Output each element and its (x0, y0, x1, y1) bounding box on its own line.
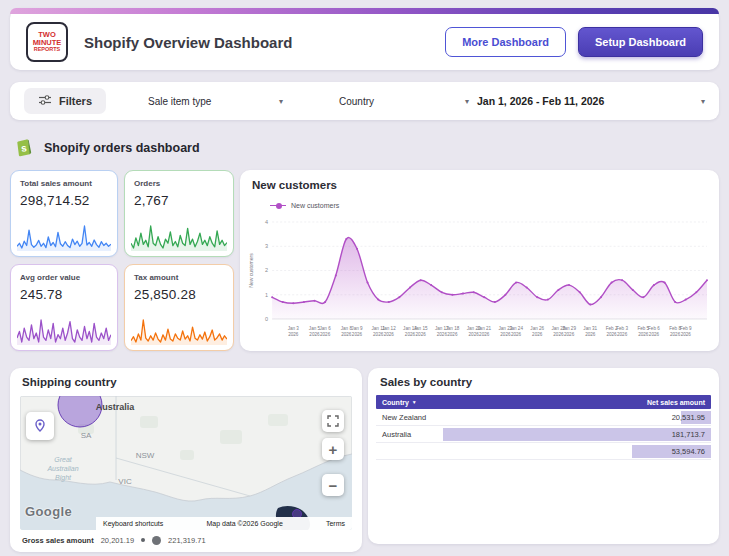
svg-text:2026: 2026 (352, 333, 363, 338)
chevron-down-icon: ▾ (279, 97, 283, 106)
map-label: Australia (96, 402, 136, 412)
header-gradient-strip (10, 8, 719, 14)
section-title: Shopify orders dashboard (44, 141, 200, 155)
table-header-row: Country ▼ Net sales amount (376, 395, 711, 409)
map-canvas[interactable]: AustraliaSANSWVICGreatAustralianBight + … (20, 396, 352, 530)
map-label: Bight (55, 474, 72, 482)
bubble-large-icon (152, 536, 161, 545)
map-zoom-in-button[interactable]: + (322, 438, 344, 460)
kpi-label: Tax amount (134, 273, 224, 282)
map-zoom-out-button[interactable]: − (322, 474, 344, 496)
filter-sliders-icon (38, 94, 52, 108)
bubble-legend-metric: Gross sales amount (22, 536, 94, 545)
map-location-button[interactable] (26, 412, 54, 440)
svg-text:2026: 2026 (288, 333, 299, 338)
cell-net-sales: 20,531.95 (672, 413, 705, 422)
svg-text:2026: 2026 (447, 333, 458, 338)
column-header-net-sales[interactable]: Net sales amount (647, 399, 705, 406)
kpi-value: 25,850.28 (134, 287, 224, 302)
filters-button[interactable]: Filters (24, 88, 106, 114)
kpi-sparkline (131, 221, 227, 251)
new-customers-plot: 01234Jan 32026Jan 52026Jan 62026Jan 8202… (246, 214, 713, 347)
svg-text:3: 3 (265, 243, 268, 249)
kpi-orders-card: Orders 2,767 (124, 170, 234, 257)
svg-text:Jan 31: Jan 31 (583, 326, 597, 331)
svg-text:2: 2 (265, 268, 268, 274)
keyboard-shortcuts-link[interactable]: Keyboard shortcuts (103, 520, 163, 527)
map-fullscreen-button[interactable] (322, 410, 344, 432)
sales-table: Country ▼ Net sales amount New Zealand20… (376, 395, 711, 460)
svg-text:2026: 2026 (511, 333, 522, 338)
legend-label: New customers (291, 202, 339, 209)
sale-item-type-dropdown[interactable]: Sale item type ▾ (148, 96, 283, 107)
svg-text:2026: 2026 (649, 333, 660, 338)
svg-text:2026: 2026 (638, 333, 649, 338)
svg-text:Jan 15: Jan 15 (414, 326, 428, 331)
header: TWO MINUTE REPORTS Shopify Overview Dash… (10, 8, 719, 70)
svg-text:4: 4 (265, 219, 268, 225)
bubble-small-icon (141, 538, 145, 542)
svg-text:2026: 2026 (500, 333, 511, 338)
logo-line-3: REPORTS (34, 47, 61, 53)
more-dashboard-button[interactable]: More Dashboard (445, 27, 566, 57)
svg-text:2026: 2026 (437, 333, 448, 338)
svg-text:2026: 2026 (606, 333, 617, 338)
kpi-total-sales-card: Total sales amount 298,714.52 (10, 170, 118, 257)
country-dropdown[interactable]: Country ▾ (339, 96, 469, 107)
dashboard-page: TWO MINUTE REPORTS Shopify Overview Dash… (0, 0, 729, 556)
map-label: VIC (118, 477, 132, 486)
setup-dashboard-button[interactable]: Setup Dashboard (578, 27, 703, 57)
map-attribution-bar: Keyboard shortcuts Map data ©2026 Google… (96, 517, 352, 530)
bubble-legend-min: 20,201.19 (101, 536, 134, 545)
column-header-country[interactable]: Country ▼ (382, 399, 417, 406)
kpi-label: Total sales amount (20, 179, 108, 188)
cell-net-sales: 53,594.76 (672, 447, 705, 456)
svg-text:Feb 3: Feb 3 (616, 326, 628, 331)
legend-line-icon (270, 203, 286, 209)
map-label: Great (54, 456, 73, 463)
two-minute-reports-logo: TWO MINUTE REPORTS (26, 22, 68, 62)
svg-text:Jan 21: Jan 21 (477, 326, 491, 331)
kpi-sparkline (17, 221, 111, 251)
svg-text:2026: 2026 (532, 333, 543, 338)
table-row: New Zealand20,531.95 (376, 409, 711, 426)
svg-text:Jan 24: Jan 24 (509, 326, 523, 331)
table-row: Australia181,713.7 (376, 426, 711, 443)
kpi-tax-amount-card: Tax amount 25,850.28 (124, 264, 234, 351)
svg-text:2026: 2026 (681, 333, 692, 338)
table-row: 53,594.76 (376, 443, 711, 460)
map-data-copyright[interactable]: Map data ©2026 Google (206, 520, 282, 527)
chevron-down-icon: ▾ (465, 97, 469, 106)
kpi-value: 298,714.52 (20, 193, 108, 208)
filters-label: Filters (59, 95, 92, 107)
svg-text:2026: 2026 (553, 333, 564, 338)
cell-country: Australia (382, 430, 411, 439)
sale-item-type-label: Sale item type (148, 96, 211, 107)
svg-text:1: 1 (265, 292, 268, 298)
kpi-avg-order-value-card: Avg order value 245.78 (10, 264, 118, 351)
svg-text:Jan 18: Jan 18 (445, 326, 459, 331)
table-title: Sales by country (380, 376, 472, 388)
kpi-sparkline (131, 315, 227, 345)
google-logo[interactable]: Google (25, 504, 72, 519)
svg-text:Jan 12: Jan 12 (382, 326, 396, 331)
map-title: Shipping country (22, 376, 117, 388)
header-actions: More Dashboard Setup Dashboard (445, 27, 703, 57)
svg-text:Jan 3: Jan 3 (288, 326, 300, 331)
svg-text:Feb 9: Feb 9 (680, 326, 692, 331)
date-range-picker[interactable]: Jan 1, 2026 - Feb 11, 2026 ▾ (477, 95, 705, 107)
svg-text:2026: 2026 (469, 333, 480, 338)
cell-net-sales: 181,713.7 (672, 430, 705, 439)
map-label: NSW (136, 451, 155, 460)
sales-by-country-card: Sales by country Country ▼ Net sales amo… (368, 368, 719, 544)
new-customers-plot-area: 01234Jan 32026Jan 52026Jan 62026Jan 8202… (246, 214, 713, 347)
terms-link[interactable]: Terms (326, 520, 345, 527)
shipping-country-card: Shipping country AustraliaSANSWVICGreatA… (10, 368, 362, 552)
bubble-legend-max: 221,319.71 (168, 536, 206, 545)
kpi-sparkline (17, 315, 111, 345)
section-header: s Shopify orders dashboard (14, 136, 200, 160)
kpi-value: 245.78 (20, 287, 108, 302)
date-range-value: Jan 1, 2026 - Feb 11, 2026 (477, 95, 604, 107)
map-label: Australian (46, 465, 78, 472)
svg-text:Feb 6: Feb 6 (648, 326, 660, 331)
